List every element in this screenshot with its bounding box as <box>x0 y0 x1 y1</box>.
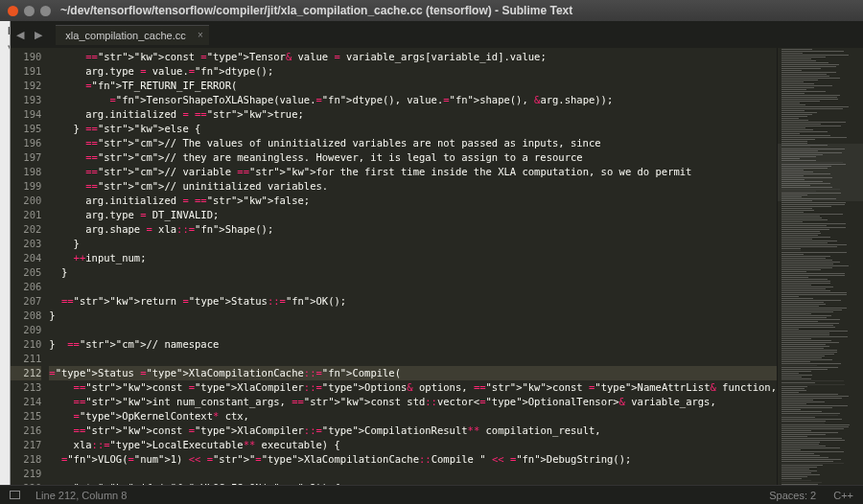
folder-item[interactable]: ▸third_party <box>4 67 11 80</box>
folder-item[interactable]: ▾tensorflow <box>4 40 8 54</box>
file-item[interactable]: arm_compiler.BUILD <box>4 282 11 295</box>
window-controls <box>8 6 51 16</box>
tab-nav-arrows[interactable]: ◀ ▶ <box>16 29 46 41</box>
file-item[interactable]: configure.py <box>4 309 11 322</box>
file-item[interactable]: WORKSPACE <box>4 268 11 282</box>
close-icon[interactable]: × <box>198 30 203 40</box>
file-item[interactable]: ACKNOWLEDGMENTS <box>4 121 11 134</box>
window-title: ~/dev/tensorflow/tensorflow/compiler/jit… <box>60 4 572 17</box>
file-item[interactable]: README.md <box>4 241 11 255</box>
folder-item[interactable]: ▸util <box>4 94 11 107</box>
cursor-position: Line 212, Column 8 <box>35 490 127 501</box>
minimap[interactable] <box>777 48 863 485</box>
file-item[interactable]: CODEOWNERS <box>4 174 11 188</box>
file-item[interactable]: CODE_OF_CONDUCT.md <box>4 188 11 201</box>
tab-active[interactable]: xla_compilation_cache.cc × <box>56 25 208 45</box>
file-item[interactable]: ISSUE_TEMPLATE.md <box>4 215 11 228</box>
file-item[interactable]: .gitignore <box>4 107 11 121</box>
panel-icon[interactable] <box>10 491 20 499</box>
file-item[interactable]: RELEASE.md <box>4 255 11 268</box>
status-bar: Line 212, Column 8 Spaces: 2 C++ <box>0 485 863 504</box>
file-item[interactable]: BUILD <box>4 161 11 174</box>
folder-tree: ▾tensorflow▸tensorflow▸third_party▸tools… <box>0 40 10 339</box>
folder-item[interactable]: ▸tools <box>4 80 11 94</box>
sidebar-header: FOLDERS <box>0 21 11 40</box>
maximize-icon[interactable] <box>40 6 51 16</box>
file-item[interactable]: configure <box>4 295 11 309</box>
folder-item[interactable]: ▸tensorflow <box>4 54 11 67</box>
code-area[interactable]: =="str">"kw">const ="type">Tensor& value… <box>49 48 777 485</box>
tab-label: xla_compilation_cache.cc <box>65 30 185 41</box>
file-item[interactable]: LICENSE <box>4 228 11 241</box>
window-titlebar: ~/dev/tensorflow/tensorflow/compiler/jit… <box>0 0 863 21</box>
editor-pane: ◀ ▶ xla_compilation_cache.cc × 190191192… <box>11 21 863 485</box>
file-item[interactable]: models.BUILD <box>4 322 11 335</box>
tab-bar: ◀ ▶ xla_compilation_cache.cc × <box>11 21 863 48</box>
syntax[interactable]: C++ <box>833 490 853 501</box>
sidebar: FOLDERS ▾tensorflow▸tensorflow▸third_par… <box>0 21 11 485</box>
file-item[interactable]: ADOPTERS.md <box>4 134 11 148</box>
line-number-gutter: 1901911921931941951961971981992002012022… <box>11 48 49 485</box>
file-item[interactable]: AUTHORS <box>4 148 11 161</box>
minimap-viewport[interactable] <box>778 144 863 201</box>
file-item[interactable]: CONTRIBUTING.md <box>4 201 11 215</box>
indentation[interactable]: Spaces: 2 <box>769 490 816 501</box>
minimize-icon[interactable] <box>24 6 35 16</box>
close-icon[interactable] <box>8 6 18 16</box>
